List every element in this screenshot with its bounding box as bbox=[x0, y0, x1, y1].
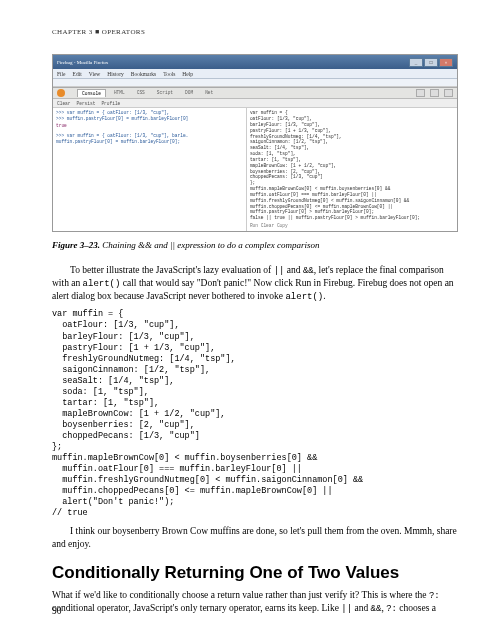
window-title: Firebug - Mozilla Firefox bbox=[57, 60, 409, 65]
paragraph: I think our boysenberry Brown Cow muffin… bbox=[52, 525, 458, 551]
close-icon: × bbox=[439, 58, 453, 67]
menu-history: History bbox=[107, 71, 124, 77]
paragraph: To better illustrate the JavaScript's la… bbox=[52, 264, 458, 303]
menu-tools: Tools bbox=[163, 71, 175, 77]
firebug-panel: Console HTML CSS Script DOM Net Clear Pe… bbox=[53, 87, 457, 231]
firebug-editor-pane: var muffin = { oatFlour: [1/3, "cup"], b… bbox=[247, 108, 457, 231]
menu-help: Help bbox=[182, 71, 193, 77]
chapter-header: CHAPTER 3 ■ OPERATORS bbox=[52, 28, 458, 36]
menu-bookmarks: Bookmarks bbox=[131, 71, 156, 77]
menu-edit: Edit bbox=[73, 71, 82, 77]
firebug-run-controls: Run Clear Copy bbox=[250, 223, 454, 229]
menu-file: File bbox=[57, 71, 66, 77]
firebug-clear: Clear bbox=[57, 101, 71, 106]
firebug-profile: Profile bbox=[101, 101, 120, 106]
firebug-ctrl-icon bbox=[444, 89, 453, 97]
browser-menubar: File Edit View History Bookmarks Tools H… bbox=[53, 69, 457, 79]
firebug-icon bbox=[57, 89, 65, 97]
firebug-tab-html: HTML bbox=[110, 89, 129, 96]
firebug-ctrl-icon bbox=[430, 89, 439, 97]
page-number: 90 bbox=[52, 606, 62, 616]
firebug-console-output: >>> var muffin = { oatFlour: [1/3, "cup"… bbox=[53, 108, 247, 231]
window-titlebar: Firebug - Mozilla Firefox _ □ × bbox=[53, 55, 457, 69]
firebug-tab-net: Net bbox=[201, 89, 217, 96]
paragraph: What if we'd like to conditionally choos… bbox=[52, 589, 458, 615]
menu-view: View bbox=[89, 71, 101, 77]
firebug-ctrl-icon bbox=[416, 89, 425, 97]
firebug-tab-console: Console bbox=[77, 89, 106, 97]
minimize-icon: _ bbox=[409, 58, 423, 67]
figure-text: Chaining && and || expression to do a co… bbox=[100, 240, 320, 250]
firebug-tab-dom: DOM bbox=[181, 89, 197, 96]
firebug-screenshot: Firebug - Mozilla Firefox _ □ × File Edi… bbox=[52, 54, 458, 232]
code-listing: var muffin = { oatFlour: [1/3, "cup"], b… bbox=[52, 309, 458, 519]
firebug-persist: Persist bbox=[77, 101, 96, 106]
browser-toolbar bbox=[53, 79, 457, 87]
figure-caption: Figure 3–23. Chaining && and || expressi… bbox=[52, 240, 458, 250]
firebug-subbar: Clear Persist Profile bbox=[53, 99, 457, 108]
firebug-tabbar: Console HTML CSS Script DOM Net bbox=[53, 88, 457, 99]
figure-label: Figure 3–23. bbox=[52, 240, 100, 250]
section-heading: Conditionally Returning One of Two Value… bbox=[52, 563, 458, 583]
firebug-tab-script: Script bbox=[153, 89, 177, 96]
firebug-tab-css: CSS bbox=[133, 89, 149, 96]
maximize-icon: □ bbox=[424, 58, 438, 67]
